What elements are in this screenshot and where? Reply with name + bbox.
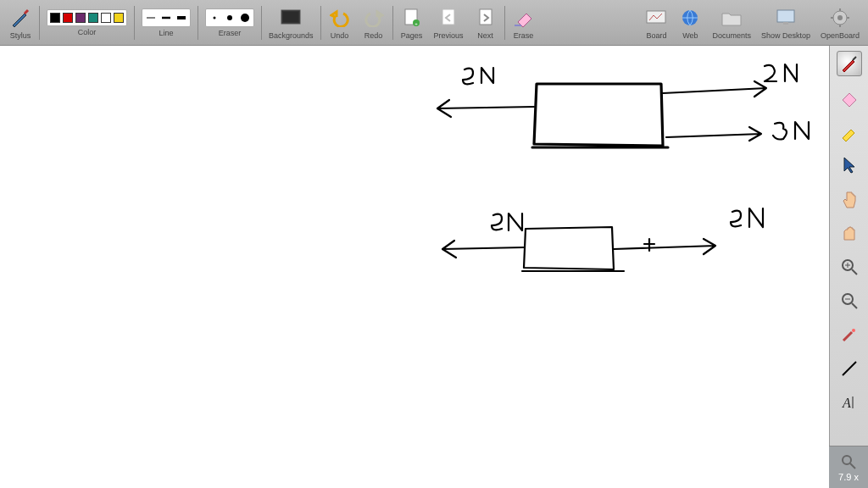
right-toolbox: A — [829, 46, 868, 488]
svg-point-3 — [214, 16, 216, 19]
svg-line-24 — [852, 269, 857, 274]
toolbar-divider — [392, 6, 393, 40]
pages-tool[interactable]: + Pages — [395, 0, 429, 45]
color-tool[interactable]: Color — [42, 0, 132, 45]
swatch-yellow[interactable] — [114, 13, 124, 23]
zoom-out-tool[interactable] — [837, 288, 862, 313]
undo-label: Undo — [331, 31, 349, 40]
eraser-side-tool[interactable] — [837, 85, 862, 110]
svg-rect-7 — [283, 12, 298, 22]
zoom-in-icon — [840, 258, 859, 276]
draw-line-tool[interactable] — [837, 356, 862, 381]
documents-label: Documents — [712, 31, 751, 40]
line-options — [142, 8, 191, 27]
svg-rect-11 — [442, 9, 454, 25]
stylus-label: Stylus — [10, 31, 31, 40]
toolbar-divider — [198, 6, 198, 40]
eraser-med[interactable] — [224, 12, 236, 24]
svg-line-35 — [850, 463, 855, 469]
zoom-indicator[interactable]: 7.9 x — [829, 446, 868, 488]
svg-text:A: A — [842, 396, 851, 410]
hand-point-icon — [840, 189, 859, 209]
web-label: Web — [682, 31, 698, 40]
swatch-white[interactable] — [101, 13, 111, 23]
zoom-in-tool[interactable] — [837, 254, 862, 280]
text-icon: A — [840, 393, 859, 412]
marker-tool[interactable] — [837, 119, 862, 144]
svg-rect-12 — [480, 9, 492, 25]
documents-icon — [720, 6, 743, 30]
swatch-black[interactable] — [50, 13, 60, 23]
openboard-label: OpenBoard — [821, 31, 860, 40]
show-desktop-icon — [774, 6, 798, 30]
previous-icon — [437, 6, 460, 30]
documents-tool[interactable]: Documents — [707, 0, 756, 45]
pages-label: Pages — [401, 31, 423, 40]
stylus-tool[interactable]: Stylus — [3, 0, 37, 45]
pointer-tool[interactable] — [837, 152, 862, 178]
next-tool[interactable]: Next — [469, 0, 503, 45]
pages-icon: + — [400, 6, 424, 30]
line-thin[interactable] — [145, 12, 157, 24]
draw-line-icon — [840, 359, 859, 378]
next-label: Next — [477, 31, 493, 40]
text-tool[interactable]: A — [837, 390, 862, 415]
drawing-canvas[interactable] — [0, 46, 829, 488]
line-tool[interactable]: Line — [136, 0, 196, 45]
openboard-tool[interactable]: OpenBoard — [815, 0, 865, 45]
toolbar-divider — [39, 6, 40, 40]
svg-text:+: + — [415, 21, 418, 26]
show-desktop-tool[interactable]: Show Desktop — [756, 0, 815, 45]
erase-icon — [512, 6, 536, 30]
undo-tool[interactable]: Undo — [323, 0, 357, 45]
svg-point-5 — [241, 14, 249, 22]
eraser-side-icon — [839, 88, 860, 107]
pointer-icon — [841, 156, 858, 175]
redo-tool[interactable]: Redo — [357, 0, 391, 45]
zoom-value: 7.9 x — [838, 472, 859, 482]
svg-point-34 — [843, 456, 851, 464]
laser-icon — [840, 325, 859, 344]
swatch-red[interactable] — [63, 13, 73, 23]
redo-label: Redo — [364, 31, 383, 40]
stylus-icon — [8, 6, 32, 30]
eraser-size-tool[interactable]: Eraser — [200, 0, 259, 45]
eraser-sizes — [205, 8, 254, 27]
zoom-out-icon — [840, 291, 859, 310]
svg-point-4 — [227, 15, 232, 20]
board-icon — [644, 6, 668, 30]
web-tool[interactable]: Web — [673, 0, 707, 45]
line-label: Line — [159, 29, 173, 37]
swatch-purple[interactable] — [75, 13, 86, 23]
previous-tool[interactable]: Previous — [429, 0, 469, 45]
eraser-small[interactable] — [209, 12, 220, 24]
eraser-large[interactable] — [239, 12, 251, 24]
svg-rect-15 — [777, 10, 794, 22]
pen-tool[interactable] — [837, 51, 862, 76]
web-icon — [678, 6, 702, 30]
toolbar-divider — [320, 6, 321, 40]
board-tool[interactable]: Board — [639, 0, 673, 45]
redo-icon — [362, 6, 386, 30]
openboard-icon — [828, 6, 852, 30]
pen-icon — [839, 53, 860, 74]
laser-tool[interactable] — [837, 322, 862, 347]
erase-tool[interactable]: Erase — [507, 0, 541, 45]
undo-icon — [328, 6, 352, 30]
backgrounds-icon — [279, 6, 303, 30]
zoom-badge-icon — [840, 453, 857, 470]
svg-point-18 — [837, 15, 843, 20]
show-desktop-label: Show Desktop — [761, 31, 810, 40]
color-swatches — [47, 9, 127, 26]
next-icon — [474, 6, 498, 30]
svg-line-31 — [843, 362, 856, 375]
backgrounds-tool[interactable]: Backgrounds — [264, 0, 319, 45]
swatch-teal[interactable] — [88, 13, 98, 23]
line-med[interactable] — [160, 12, 172, 24]
svg-rect-13 — [647, 11, 665, 23]
marker-icon — [839, 121, 860, 141]
line-thick[interactable] — [175, 12, 187, 24]
erase-label: Erase — [514, 31, 534, 40]
interact-tool[interactable] — [837, 186, 862, 212]
scroll-tool[interactable] — [837, 220, 862, 246]
